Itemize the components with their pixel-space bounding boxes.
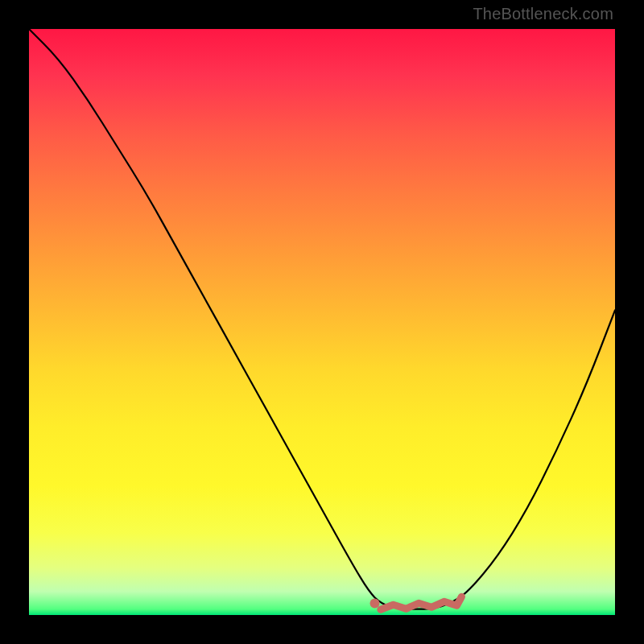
attribution-label: TheBottleneck.com [473,5,613,23]
chart-svg [29,29,615,615]
gradient-plot-area [29,29,615,615]
optimal-point-marker [370,598,380,608]
optimal-range-marker [381,597,462,609]
bottleneck-curve [29,29,615,609]
